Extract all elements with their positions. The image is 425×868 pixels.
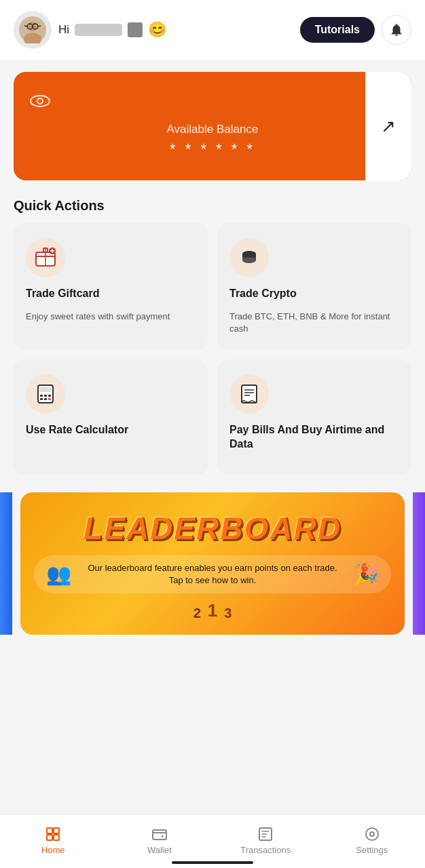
settings-icon — [364, 826, 380, 842]
nav-item-settings[interactable]: Settings — [319, 821, 426, 855]
svg-rect-30 — [242, 385, 257, 403]
bills-icon-circle — [229, 374, 269, 414]
bills-icon — [239, 384, 259, 404]
nav-item-wallet[interactable]: Wallet — [107, 821, 213, 855]
lb-left-side — [0, 492, 12, 635]
svg-rect-24 — [40, 395, 43, 397]
calculator-icon — [35, 384, 56, 404]
user-name-blur — [75, 24, 122, 36]
svg-rect-26 — [48, 395, 51, 397]
square-decoration — [128, 22, 143, 37]
leaderboard-emoji-right: 🎉 — [354, 562, 379, 586]
podium-2: 2 — [193, 606, 201, 621]
leaderboard-podium: 2 1 3 — [193, 600, 232, 621]
leaderboard-title: LEADERBOARD — [84, 511, 341, 546]
settings-nav-label: Settings — [356, 845, 388, 855]
home-indicator — [172, 861, 253, 864]
crypto-card-desc: Trade BTC, ETH, BNB & More for instant c… — [229, 311, 399, 335]
crypto-icon-circle — [229, 238, 269, 277]
avatar — [14, 11, 52, 49]
balance-expand-button[interactable]: ↗ — [365, 72, 411, 180]
action-card-trade-giftcard[interactable]: Trade Giftcard Enjoy sweet rates with sw… — [14, 223, 208, 350]
svg-point-9 — [37, 98, 43, 104]
svg-line-7 — [38, 26, 41, 26]
svg-point-41 — [366, 828, 378, 840]
transactions-icon — [257, 826, 274, 842]
svg-rect-35 — [54, 828, 59, 833]
svg-rect-36 — [47, 835, 52, 840]
tutorials-button[interactable]: Tutorials — [300, 17, 375, 43]
svg-rect-34 — [47, 828, 52, 833]
transactions-nav-label: Transactions — [240, 845, 291, 855]
balance-masked: * * * * * * — [30, 140, 395, 158]
quick-actions-grid: Trade Giftcard Enjoy sweet rates with sw… — [0, 223, 425, 475]
calculator-card-title: Use Rate Calculator — [26, 423, 196, 437]
action-card-pay-bills[interactable]: Pay Bills And Buy Airtime and Data — [217, 359, 411, 475]
greeting-emoji: 😊 — [148, 21, 166, 39]
home-nav-label: Home — [41, 845, 65, 855]
giftcard-card-desc: Enjoy sweet rates with swift payment — [26, 311, 196, 323]
leaderboard-card[interactable]: LEADERBOARD 👥 Our leaderboard feature en… — [20, 492, 405, 635]
svg-point-42 — [370, 832, 374, 836]
leaderboard-body: 👥 Our leaderboard feature enables you ea… — [34, 555, 391, 593]
svg-point-21 — [242, 258, 256, 263]
giftcard-card-title: Trade Giftcard — [26, 287, 196, 301]
giftcard-icon-circle — [26, 238, 65, 277]
svg-rect-38 — [153, 830, 166, 840]
header: Hi 😊 Tutorials — [0, 0, 425, 60]
svg-line-6 — [24, 26, 27, 26]
bills-card-title: Pay Bills And Buy Airtime and Data — [229, 423, 399, 452]
nav-item-home[interactable]: Home — [0, 821, 107, 855]
svg-rect-37 — [54, 835, 59, 840]
svg-point-8 — [31, 96, 50, 106]
quick-actions-title: Quick Actions — [0, 193, 425, 223]
svg-rect-28 — [44, 398, 47, 400]
crypto-card-title: Trade Crypto — [229, 287, 399, 301]
calculator-icon-circle — [26, 374, 65, 414]
leaderboard-emoji-left: 👥 — [46, 562, 71, 586]
bell-icon — [389, 22, 404, 37]
action-card-rate-calculator[interactable]: Use Rate Calculator — [14, 359, 208, 475]
arrow-up-right-icon: ↗ — [381, 116, 396, 137]
svg-rect-23 — [40, 387, 51, 392]
eye-icon[interactable] — [30, 94, 50, 111]
balance-label: Available Balance — [30, 123, 395, 136]
home-icon — [45, 826, 61, 842]
svg-rect-25 — [44, 395, 47, 397]
podium-1: 1 — [208, 600, 217, 621]
wallet-icon — [151, 826, 168, 842]
nav-item-transactions[interactable]: Transactions — [212, 821, 319, 855]
balance-info: Available Balance * * * * * * — [30, 94, 395, 158]
crypto-icon — [238, 247, 260, 269]
action-card-trade-crypto[interactable]: Trade Crypto Trade BTC, ETH, BNB & More … — [217, 223, 411, 350]
leaderboard-section[interactable]: LEADERBOARD 👥 Our leaderboard feature en… — [0, 492, 425, 635]
leaderboard-body-text: Our leaderboard feature enables you earn… — [81, 562, 344, 587]
giftcard-icon — [35, 247, 56, 269]
svg-point-39 — [161, 835, 163, 837]
greeting-hi: Hi — [58, 23, 69, 37]
notifications-button[interactable] — [382, 15, 411, 45]
svg-rect-29 — [48, 398, 51, 400]
wallet-nav-label: Wallet — [147, 845, 172, 855]
balance-card: Available Balance * * * * * * ↗ — [14, 72, 411, 180]
podium-3: 3 — [224, 606, 232, 621]
svg-rect-27 — [40, 398, 43, 400]
lb-right-side — [413, 492, 425, 635]
header-greeting: Hi 😊 — [58, 21, 293, 39]
bottom-nav: Home Wallet Transactions Settings — [0, 814, 425, 868]
